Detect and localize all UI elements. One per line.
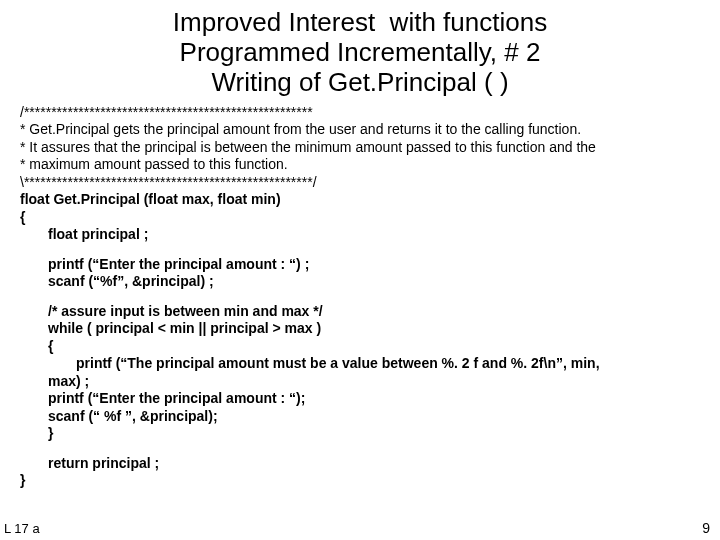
title-line-1: Improved Interest with functions xyxy=(0,8,720,38)
while-header: while ( principal < min || principal > m… xyxy=(20,320,700,338)
scanf-1: scanf (“%f”, &principal) ; xyxy=(20,273,700,291)
blank-line xyxy=(20,244,700,256)
comment-line-3: * maximum amount passed to this function… xyxy=(20,156,700,174)
comment-line-2: * It assures that the principal is betwe… xyxy=(20,139,700,157)
title-line-3: Writing of Get.Principal ( ) xyxy=(0,68,720,98)
slide: Improved Interest with functions Program… xyxy=(0,0,720,540)
return-stmt: return principal ; xyxy=(20,455,700,473)
brace-open: { xyxy=(20,209,700,227)
while-brace-open: { xyxy=(20,338,700,356)
slide-title: Improved Interest with functions Program… xyxy=(0,0,720,98)
comment-open: /***************************************… xyxy=(20,104,700,122)
var-decl: float principal ; xyxy=(20,226,700,244)
comment-close: \***************************************… xyxy=(20,174,700,192)
title-line-2: Programmed Incrementally, # 2 xyxy=(0,38,720,68)
printf-error-1: printf (“The principal amount must be a … xyxy=(20,355,700,373)
slide-body: /***************************************… xyxy=(0,98,720,490)
footer-left: L 17 a xyxy=(4,521,40,536)
blank-line xyxy=(20,443,700,455)
range-comment: /* assure input is between min and max *… xyxy=(20,303,700,321)
printf-prompt-2: printf (“Enter the principal amount : “)… xyxy=(20,390,700,408)
comment-line-1: * Get.Principal gets the principal amoun… xyxy=(20,121,700,139)
while-brace-close: } xyxy=(20,425,700,443)
blank-line xyxy=(20,291,700,303)
printf-prompt-1: printf (“Enter the principal amount : “)… xyxy=(20,256,700,274)
scanf-2: scanf (“ %f ”, &principal); xyxy=(20,408,700,426)
page-number: 9 xyxy=(702,520,710,536)
printf-error-2: max) ; xyxy=(20,373,700,391)
brace-close: } xyxy=(20,472,700,490)
func-signature: float Get.Principal (float max, float mi… xyxy=(20,191,700,209)
